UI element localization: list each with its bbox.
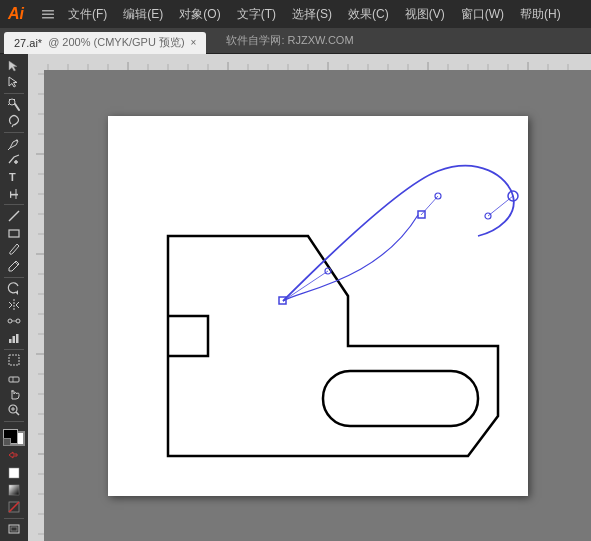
menu-text[interactable]: 文字(T) (229, 0, 284, 28)
svg-rect-24 (13, 336, 16, 343)
ruler-top: // ruler ticks rendered inline (28, 54, 591, 70)
add-anchor-tool[interactable] (3, 153, 25, 169)
document-tab[interactable]: 27.ai* @ 200% (CMYK/GPU 预览) × (4, 32, 206, 54)
gradient-button[interactable] (3, 482, 25, 498)
main-area: T T (0, 54, 591, 541)
menu-items-container: 文件(F) 编辑(E) 对象(O) 文字(T) 选择(S) 效果(C) 视图(V… (60, 0, 587, 28)
artboard (108, 116, 528, 496)
line-tool[interactable] (3, 208, 25, 224)
direct-selection-tool[interactable] (3, 75, 25, 91)
svg-rect-35 (9, 485, 19, 495)
svg-line-7 (8, 104, 9, 105)
vertical-type-tool[interactable]: T (3, 186, 25, 202)
svg-rect-27 (9, 377, 19, 382)
hand-tool[interactable] (3, 386, 25, 402)
swap-colors-button[interactable] (3, 449, 25, 465)
bezier-path (279, 165, 518, 303)
svg-line-6 (14, 99, 15, 100)
tool-separator-2 (4, 132, 24, 133)
svg-point-20 (8, 319, 12, 323)
svg-rect-0 (42, 10, 54, 12)
menu-select[interactable]: 选择(S) (284, 0, 340, 28)
menu-view[interactable]: 视图(V) (397, 0, 453, 28)
stapler-body (168, 236, 498, 456)
svg-line-101 (488, 196, 513, 216)
tool-separator-7 (4, 518, 24, 519)
menu-object[interactable]: 对象(O) (171, 0, 228, 28)
menu-edit[interactable]: 编辑(E) (115, 0, 171, 28)
type-tool[interactable]: T (3, 169, 25, 185)
rotate-tool[interactable] (3, 280, 25, 296)
zoom-tool[interactable] (3, 402, 25, 418)
svg-rect-40 (28, 54, 591, 70)
tool-separator-4 (4, 277, 24, 278)
svg-rect-93 (323, 371, 478, 426)
tool-separator-3 (4, 204, 24, 205)
none-button[interactable] (3, 499, 25, 515)
svg-rect-68 (28, 54, 44, 541)
magic-wand-tool[interactable] (3, 97, 25, 113)
tab-info: @ 200% (CMYK/GPU 预览) (48, 35, 184, 50)
ruler-left (28, 54, 44, 541)
site-label: 软件自学网: RJZXW.COM (206, 33, 353, 48)
menu-bar: Ai 文件(F) 编辑(E) 对象(O) 文字(T) 选择(S) 效果(C) 视… (0, 0, 591, 28)
svg-point-8 (16, 139, 18, 141)
menu-window[interactable]: 窗口(W) (453, 0, 512, 28)
paintbrush-tool[interactable] (3, 241, 25, 257)
menu-effect[interactable]: 效果(C) (340, 0, 397, 28)
svg-line-37 (9, 502, 19, 512)
screen-mode-button[interactable] (3, 521, 25, 537)
svg-rect-2 (42, 17, 54, 19)
blend-tool[interactable] (3, 314, 25, 330)
app-logo: Ai (4, 5, 28, 23)
reset-colors-button[interactable] (3, 438, 11, 446)
svg-line-9 (8, 148, 10, 150)
pencil-tool[interactable] (3, 258, 25, 274)
eraser-tool[interactable] (3, 369, 25, 385)
svg-rect-25 (16, 334, 19, 343)
svg-text:T: T (8, 191, 20, 198)
canvas-area: // ruler ticks rendered inline (28, 54, 591, 541)
app-menu-icon[interactable] (36, 0, 60, 28)
color-controls (1, 427, 27, 448)
svg-line-95 (283, 271, 328, 301)
svg-rect-26 (9, 355, 19, 365)
svg-rect-39 (11, 527, 17, 531)
svg-rect-16 (9, 230, 19, 237)
svg-marker-18 (16, 290, 19, 295)
svg-rect-34 (9, 468, 19, 478)
tab-filename: 27.ai* (14, 37, 42, 49)
menu-help[interactable]: 帮助(H) (512, 0, 569, 28)
tab-close-button[interactable]: × (191, 37, 197, 48)
svg-line-31 (16, 412, 19, 415)
illustration-svg (108, 116, 528, 496)
color-mode-button[interactable] (3, 466, 25, 482)
selection-tool[interactable] (3, 58, 25, 74)
reflect-tool[interactable] (3, 297, 25, 313)
rectangle-tool[interactable] (3, 225, 25, 241)
tool-separator-5 (4, 349, 24, 350)
pen-tool[interactable] (3, 136, 25, 152)
toolbar: T T (0, 54, 28, 541)
tool-separator-6 (4, 421, 24, 422)
lasso-tool[interactable] (3, 114, 25, 130)
svg-line-15 (9, 211, 19, 221)
svg-rect-1 (42, 14, 54, 16)
svg-line-3 (15, 104, 19, 110)
svg-line-5 (9, 99, 10, 100)
svg-text:T: T (9, 171, 16, 183)
artboard-tool[interactable] (3, 353, 25, 369)
tab-bar: 27.ai* @ 200% (CMYK/GPU 预览) × 软件自学网: RJZ… (0, 28, 591, 54)
column-graph-tool[interactable] (3, 330, 25, 346)
menu-file[interactable]: 文件(F) (60, 0, 115, 28)
canvas-content (44, 70, 591, 541)
svg-rect-23 (9, 339, 12, 343)
svg-point-21 (16, 319, 20, 323)
tool-separator-1 (4, 93, 24, 94)
svg-line-98 (421, 196, 438, 215)
svg-rect-38 (9, 525, 19, 533)
